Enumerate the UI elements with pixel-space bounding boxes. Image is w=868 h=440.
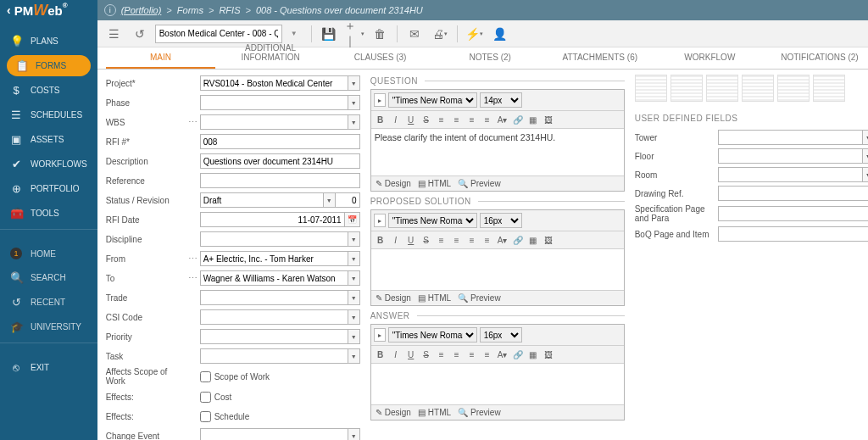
tab-attachments[interactable]: ATTACHMENTS (6) bbox=[545, 47, 655, 69]
align-justify-icon[interactable]: ≡ bbox=[481, 233, 494, 247]
align-center-icon[interactable]: ≡ bbox=[450, 233, 464, 247]
reference-field[interactable] bbox=[200, 173, 360, 188]
spec-page-field[interactable] bbox=[718, 206, 868, 221]
info-icon[interactable]: i bbox=[104, 4, 116, 16]
tab-additional-information[interactable]: ADDITIONAL INFORMATION bbox=[215, 38, 326, 69]
tab-notifications[interactable]: NOTIFICATIONS (2) bbox=[765, 47, 868, 69]
strike-icon[interactable]: S bbox=[420, 348, 433, 361]
rfi-date-field[interactable] bbox=[200, 212, 345, 227]
table-icon[interactable]: ▦ bbox=[526, 348, 540, 361]
boq-field[interactable] bbox=[718, 226, 868, 242]
cost-checkbox[interactable] bbox=[200, 392, 211, 403]
html-mode[interactable]: ▤ HTML bbox=[418, 408, 451, 417]
align-center-icon[interactable]: ≡ bbox=[450, 113, 464, 126]
html-mode[interactable]: ▤ HTML bbox=[418, 179, 451, 188]
image-icon[interactable]: 🖼 bbox=[542, 348, 555, 361]
sidebar-item-costs[interactable]: $COSTS bbox=[0, 78, 97, 103]
sidebar-item-search[interactable]: 🔍SEARCH bbox=[0, 265, 97, 290]
sidebar-item-university[interactable]: 🎓UNIVERSITY bbox=[0, 315, 97, 339]
tab-clauses[interactable]: CLAUSES (3) bbox=[326, 47, 436, 69]
link-icon[interactable]: 🔗 bbox=[511, 233, 525, 247]
answer-body[interactable] bbox=[371, 364, 624, 404]
chevron-down-icon[interactable]: ▼ bbox=[348, 309, 360, 325]
rfi-number-field[interactable] bbox=[200, 134, 360, 149]
chevron-down-icon[interactable]: ▼ bbox=[863, 130, 868, 145]
align-left-icon[interactable]: ≡ bbox=[435, 348, 448, 361]
breadcrumb-rfis[interactable]: RFIS bbox=[219, 5, 240, 15]
menu-icon[interactable]: ☰ bbox=[104, 24, 125, 44]
sidebar-item-schedules[interactable]: ☰SCHEDULES bbox=[0, 103, 97, 127]
image-icon[interactable]: 🖼 bbox=[542, 233, 555, 247]
chevron-down-icon[interactable]: ▼ bbox=[348, 329, 360, 344]
thumbnail[interactable] bbox=[706, 75, 738, 102]
from-field[interactable] bbox=[200, 251, 348, 266]
link-icon[interactable]: 🔗 bbox=[511, 113, 525, 126]
font-color-icon[interactable]: A▾ bbox=[496, 348, 509, 361]
add-icon[interactable]: ＋｜▾ bbox=[344, 24, 364, 44]
user-icon[interactable]: 👤 bbox=[490, 24, 510, 44]
link-icon[interactable]: 🔗 bbox=[511, 348, 525, 361]
table-icon[interactable]: ▦ bbox=[526, 113, 540, 126]
chevron-down-icon[interactable]: ▼ bbox=[348, 95, 360, 110]
bold-icon[interactable]: B bbox=[374, 233, 387, 247]
sidebar-item-recent[interactable]: ↺RECENT bbox=[0, 290, 97, 315]
align-center-icon[interactable]: ≡ bbox=[450, 348, 464, 361]
sidebar-item-exit[interactable]: ⎋EXIT bbox=[0, 355, 97, 380]
preview-mode[interactable]: 🔍 Preview bbox=[458, 293, 501, 303]
image-icon[interactable]: 🖼 bbox=[542, 113, 555, 126]
italic-icon[interactable]: I bbox=[389, 113, 403, 126]
bold-icon[interactable]: B bbox=[374, 113, 387, 126]
design-mode[interactable]: ✎ Design bbox=[376, 179, 411, 188]
align-right-icon[interactable]: ≡ bbox=[465, 233, 479, 247]
strike-icon[interactable]: S bbox=[420, 233, 433, 247]
thumbnail[interactable] bbox=[635, 75, 667, 102]
chevron-down-icon[interactable]: ▼ bbox=[863, 148, 868, 164]
apply-css-icon[interactable]: ▸ bbox=[374, 214, 386, 227]
chevron-down-icon[interactable]: ▼ bbox=[348, 348, 360, 364]
sidebar-item-portfolio[interactable]: ⊕PORTFOLIO bbox=[0, 176, 97, 201]
align-left-icon[interactable]: ≡ bbox=[435, 113, 448, 126]
proposed-body[interactable] bbox=[371, 249, 624, 290]
align-justify-icon[interactable]: ≡ bbox=[481, 348, 494, 361]
room-field[interactable] bbox=[718, 167, 863, 182]
ellipsis-icon[interactable]: ⋯ bbox=[186, 273, 200, 284]
sidebar-item-home[interactable]: 1HOME bbox=[0, 242, 97, 265]
discipline-field[interactable] bbox=[200, 231, 348, 247]
size-select[interactable]: 16px bbox=[480, 327, 522, 343]
tower-field[interactable] bbox=[718, 130, 863, 145]
html-mode[interactable]: ▤ HTML bbox=[418, 293, 451, 303]
back-icon[interactable]: ‹ bbox=[7, 3, 11, 17]
align-justify-icon[interactable]: ≡ bbox=[481, 113, 494, 126]
font-color-icon[interactable]: A▾ bbox=[496, 113, 509, 126]
apply-css-icon[interactable]: ▸ bbox=[374, 328, 386, 342]
font-color-icon[interactable]: A▾ bbox=[496, 233, 509, 247]
status-field[interactable] bbox=[200, 192, 324, 208]
italic-icon[interactable]: I bbox=[389, 233, 403, 247]
tab-workflow[interactable]: WORKFLOW bbox=[655, 47, 765, 69]
ellipsis-icon[interactable]: ⋯ bbox=[186, 117, 200, 128]
strike-icon[interactable]: S bbox=[420, 113, 433, 126]
question-body[interactable]: Please clarify the intent of document 23… bbox=[371, 129, 624, 175]
breadcrumb-portfolio[interactable]: (Portfolio) bbox=[121, 5, 162, 15]
font-select[interactable]: "Times New Roman" bbox=[388, 327, 477, 343]
delete-icon[interactable]: 🗑 bbox=[370, 24, 390, 44]
tab-main[interactable]: MAIN bbox=[106, 47, 216, 69]
drawing-ref-field[interactable] bbox=[718, 186, 868, 201]
task-field[interactable] bbox=[200, 348, 348, 364]
calendar-icon[interactable]: 📅 bbox=[345, 212, 360, 227]
sidebar-item-forms[interactable]: 📋FORMS bbox=[7, 55, 91, 76]
chevron-down-icon[interactable]: ▼ bbox=[324, 192, 336, 208]
priority-field[interactable] bbox=[200, 329, 348, 344]
sidebar-item-assets[interactable]: ▣ASSETS bbox=[0, 127, 97, 152]
thumbnail[interactable] bbox=[742, 75, 774, 102]
bold-icon[interactable]: B bbox=[374, 348, 387, 361]
sidebar-item-plans[interactable]: 💡PLANS bbox=[0, 29, 97, 53]
table-icon[interactable]: ▦ bbox=[526, 233, 540, 247]
align-right-icon[interactable]: ≡ bbox=[465, 348, 479, 361]
breadcrumb-forms[interactable]: Forms bbox=[177, 5, 203, 15]
size-select[interactable]: 14px bbox=[480, 92, 522, 108]
chevron-down-icon[interactable]: ▼ bbox=[348, 290, 360, 305]
csi-field[interactable] bbox=[200, 309, 348, 325]
font-select[interactable]: "Times New Roman" bbox=[388, 213, 477, 228]
preview-mode[interactable]: 🔍 Preview bbox=[458, 408, 501, 417]
